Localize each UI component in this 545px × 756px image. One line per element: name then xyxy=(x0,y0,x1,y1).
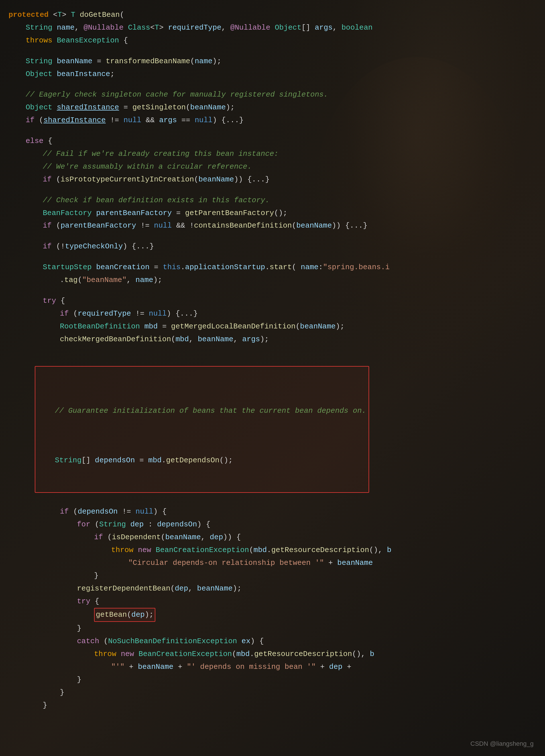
method-registerDependentBean: registerDependentBean xyxy=(77,583,170,595)
keyword-null4: null xyxy=(149,308,166,320)
code-text xyxy=(151,544,156,556)
var-sharedInstance2: sharedInstance xyxy=(43,114,105,126)
keyword-throw2: throw xyxy=(94,648,116,660)
type-string: String xyxy=(26,22,52,34)
code-line-34: } xyxy=(9,622,545,635)
code-line-14: BeanFactory parentBeanFactory = getParen… xyxy=(9,207,545,220)
code-text: ( xyxy=(52,173,60,186)
method-getResourceDesc2: getResourceDescription xyxy=(254,648,352,660)
keyword-if2: if xyxy=(43,173,52,186)
string-depends-missing: "'" xyxy=(111,661,124,673)
code-text: (); xyxy=(274,207,287,219)
keyword-for: for xyxy=(77,518,90,531)
code-line-11: // We're assumably within a circular ref… xyxy=(9,160,545,173)
code-text: , xyxy=(126,274,135,286)
code-text xyxy=(140,320,144,333)
string-depends2: "' depends on missing bean '" xyxy=(187,661,316,673)
code-line-26: for (String dep : dependsOn) { xyxy=(9,518,545,531)
param-args: args xyxy=(315,22,332,34)
code-line-40: } xyxy=(9,699,545,712)
var-mbd4: mbd xyxy=(253,544,267,556)
code-line-empty-4 xyxy=(9,186,545,194)
method-getParentBeanFactory: getParentBeanFactory xyxy=(185,207,274,219)
code-text: ( xyxy=(296,320,300,333)
code-text: == xyxy=(177,114,195,126)
type-object: Object xyxy=(275,22,302,34)
method-transformedBeanName: transformedBeanName xyxy=(106,55,190,68)
code-text: ( xyxy=(77,274,82,286)
method-doGetBean: doGetBean xyxy=(80,9,120,21)
code-text xyxy=(126,518,130,531)
code-line-23: // Guarantee initialization of beans tha… xyxy=(38,404,366,417)
code-line-empty-7 xyxy=(9,287,545,295)
code-line-30: } xyxy=(9,569,545,582)
code-text: , xyxy=(75,22,83,34)
code-line-39: } xyxy=(9,686,545,699)
var-dependsOn3: dependsOn xyxy=(157,518,197,531)
method-getBean: getBean xyxy=(96,610,127,619)
code-line-9: else { xyxy=(9,135,545,148)
type-object3: Object xyxy=(26,101,52,114)
var-dep4: dep xyxy=(131,610,145,619)
code-line-15: if (parentBeanFactory != null && !contai… xyxy=(9,219,545,232)
exception-beans: BeansException xyxy=(57,34,119,47)
var-mbd: mbd xyxy=(144,320,158,333)
keyword-if7: if xyxy=(94,531,103,543)
watermark: CSDN @liangsheng_g xyxy=(470,740,534,747)
code-line-19: try { xyxy=(9,295,545,307)
type-rootBeanDef: RootBeanDefinition xyxy=(60,320,140,333)
var-mbd2: mbd xyxy=(175,333,189,346)
code-text: [] xyxy=(302,22,315,34)
code-line-13: // Check if bean definition exists in th… xyxy=(9,194,545,207)
code-line-empty-8 xyxy=(9,346,545,354)
type-beanfactory: BeanFactory xyxy=(43,207,92,219)
var-dependsOn2: dependsOn xyxy=(77,506,117,518)
code-line-2: String name, @Nullable Class<T> required… xyxy=(9,21,545,34)
var-dep5: dep xyxy=(329,661,343,673)
code-text: ( xyxy=(161,531,165,543)
code-text: + xyxy=(324,557,338,569)
code-text: , xyxy=(201,531,210,543)
code-text: && xyxy=(141,114,159,126)
code-text: ); xyxy=(212,55,221,68)
keyword-else: else xyxy=(26,135,43,147)
keyword-this: this xyxy=(163,261,180,273)
code-text: + xyxy=(316,661,329,673)
comment-5: // Guarantee initialization of beans tha… xyxy=(55,405,366,417)
code-text xyxy=(133,544,138,556)
code-text: , xyxy=(188,583,197,595)
param-beanName2: beanName xyxy=(198,173,234,186)
code-text: , xyxy=(333,22,342,34)
code-text: . xyxy=(267,544,271,556)
code-text: ); xyxy=(153,274,162,286)
code-line-18: .tag("beanName", name); xyxy=(9,274,545,287)
method-checkMerged: checkMergedBeanDefinition xyxy=(60,333,171,346)
code-text: (! xyxy=(52,240,65,253)
var-beanInstance: beanInstance xyxy=(57,68,110,80)
code-text: ) {...} xyxy=(123,240,154,253)
code-line-27: if (isDependent(beanName, dep)) { xyxy=(9,531,545,544)
exception-noSuchBean: NoSuchBeanDefinitionException xyxy=(108,635,237,647)
keyword-if3: if xyxy=(43,220,52,232)
code-text xyxy=(92,207,96,219)
keyword-null2: null xyxy=(195,114,212,126)
keyword-new: new xyxy=(138,544,151,556)
code-brace2: } xyxy=(77,622,81,635)
code-line-7: Object sharedInstance = getSingleton(bea… xyxy=(9,101,545,114)
exception-beanCreation: BeanCreationException xyxy=(156,544,249,556)
var-beanName: beanName xyxy=(57,55,92,68)
code-line-28: throw new BeanCreationException(mbd.getR… xyxy=(9,544,545,557)
code-line-empty-2 xyxy=(9,80,545,88)
code-text: ( xyxy=(292,261,301,273)
highlight-block-guarantee: // Guarantee initialization of beans tha… xyxy=(35,366,369,493)
type-startupstep: StartupStep xyxy=(43,261,92,273)
code-text: , xyxy=(221,22,230,34)
method-start: start xyxy=(269,261,292,273)
annotation-nullable2: @Nullable xyxy=(230,22,270,34)
code-text: : xyxy=(144,518,157,531)
var-dependsOn: dependsOn xyxy=(95,454,135,467)
code-text: != xyxy=(136,220,154,232)
keyword-null5: null xyxy=(135,506,153,518)
param-requiredType2: requiredType xyxy=(77,308,131,320)
code-text: + xyxy=(124,661,138,673)
